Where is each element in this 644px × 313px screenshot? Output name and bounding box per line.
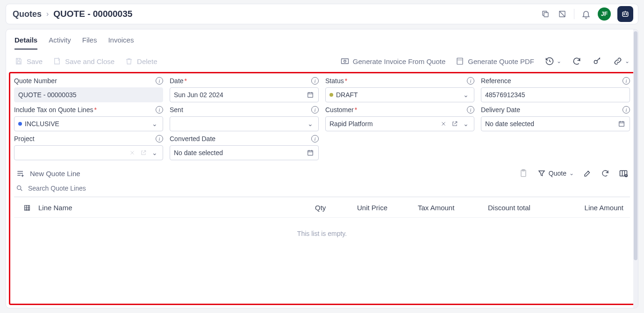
- input-include-tax[interactable]: INCLUSIVE ⌄: [14, 116, 163, 131]
- input-converted-date[interactable]: No date selected: [170, 145, 319, 160]
- status-dot: [18, 122, 22, 126]
- info-icon[interactable]: i: [311, 77, 319, 85]
- chevron-down-icon[interactable]: ⌄: [150, 120, 159, 128]
- calendar-icon[interactable]: [306, 91, 315, 99]
- label-sent: Sent: [170, 106, 183, 114]
- field-converted-date: Converted Date i No date selected: [170, 135, 319, 160]
- clear-icon[interactable]: [128, 149, 136, 157]
- paste-icon[interactable]: [519, 169, 528, 178]
- svg-point-7: [344, 60, 346, 63]
- col-line-amount[interactable]: Line Amount: [563, 204, 628, 212]
- column-settings-icon[interactable]: [619, 169, 628, 178]
- col-unit-price[interactable]: Unit Price: [357, 204, 418, 212]
- input-status[interactable]: DRAFT ⌄: [325, 87, 474, 102]
- col-discount-total[interactable]: Discount total: [488, 204, 563, 212]
- svg-rect-13: [308, 150, 313, 155]
- info-icon[interactable]: i: [156, 106, 163, 114]
- tab-files[interactable]: Files: [82, 36, 97, 50]
- calendar-icon[interactable]: [617, 120, 626, 128]
- value-date: Sun Jun 02 2024: [174, 91, 303, 99]
- save-close-button[interactable]: Save and Close: [53, 57, 114, 65]
- chevron-down-icon[interactable]: ⌄: [306, 120, 315, 128]
- avatar[interactable]: JF: [598, 7, 611, 21]
- copy-icon[interactable]: [540, 9, 551, 19]
- lines-toolbar: New Quote Line Quote ⌄: [14, 169, 630, 178]
- info-icon[interactable]: i: [156, 77, 163, 85]
- history-button[interactable]: ⌄: [544, 56, 561, 66]
- main-card: Details Activity Files Invoices Save Sav…: [6, 29, 638, 308]
- history-icon: [544, 56, 555, 66]
- label-date: Date*: [170, 77, 187, 85]
- refresh-button[interactable]: [572, 56, 582, 66]
- clear-icon[interactable]: [439, 120, 448, 128]
- refresh-lines-icon[interactable]: [601, 169, 609, 178]
- filter-button[interactable]: Quote ⌄: [537, 169, 574, 178]
- search-lines[interactable]: Search Quote Lines: [14, 185, 630, 197]
- new-line-icon: [16, 169, 25, 178]
- input-delivery-date[interactable]: No date selected: [481, 116, 630, 131]
- top-bar: Quotes › QUOTE - 00000035 JF: [6, 4, 638, 24]
- info-icon[interactable]: i: [311, 106, 319, 114]
- breadcrumb-root[interactable]: Quotes: [13, 9, 42, 19]
- save-close-label: Save and Close: [65, 57, 114, 65]
- link-button[interactable]: ⌄: [613, 56, 630, 66]
- input-project[interactable]: ⌄: [14, 145, 163, 160]
- link-icon: [613, 56, 623, 66]
- lines-table-header: Line Name Qty Unit Price Tax Amount Disc…: [14, 197, 630, 218]
- new-quote-line-button[interactable]: New Quote Line: [16, 169, 80, 178]
- svg-point-3: [623, 14, 624, 14]
- search-placeholder: Search Quote Lines: [28, 185, 86, 192]
- open-link-icon[interactable]: [451, 120, 459, 128]
- bell-icon[interactable]: [581, 9, 591, 19]
- tab-details[interactable]: Details: [14, 36, 37, 50]
- generate-pdf-label: Generate Quote PDF: [468, 57, 534, 65]
- svg-rect-12: [619, 121, 624, 126]
- calendar-icon[interactable]: [306, 149, 315, 157]
- info-icon[interactable]: i: [623, 77, 630, 85]
- svg-rect-11: [308, 92, 313, 97]
- input-date[interactable]: Sun Jun 02 2024: [170, 87, 319, 102]
- input-customer[interactable]: Rapid Platform ⌄: [325, 116, 474, 131]
- column-grip-icon: [16, 204, 38, 212]
- info-icon[interactable]: i: [156, 135, 163, 142]
- chevron-down-icon[interactable]: ⌄: [462, 91, 470, 99]
- info-icon[interactable]: i: [467, 77, 474, 85]
- tab-activity[interactable]: Activity: [49, 36, 71, 50]
- delete-button[interactable]: Delete: [125, 57, 157, 65]
- input-reference[interactable]: 48576912345: [481, 87, 630, 102]
- notes-off-icon[interactable]: [557, 9, 567, 19]
- field-project: Project i ⌄: [14, 135, 163, 160]
- svg-rect-19: [25, 205, 30, 210]
- value-delivery-date: No date selected: [485, 120, 615, 128]
- save-close-icon: [53, 57, 61, 65]
- input-sent[interactable]: ⌄: [170, 116, 319, 131]
- generate-invoice-label: Generate Invoice From Quote: [353, 57, 445, 65]
- svg-point-18: [17, 186, 21, 190]
- empty-list-message: This list is empty.: [14, 218, 630, 237]
- svg-point-17: [625, 175, 627, 177]
- col-tax-amount[interactable]: Tax Amount: [418, 204, 488, 212]
- label-quote-number: Quote Number: [14, 77, 57, 85]
- chevron-down-icon[interactable]: ⌄: [462, 120, 470, 128]
- field-status: Status* i DRAFT ⌄: [325, 77, 474, 102]
- col-line-name[interactable]: Line Name: [38, 204, 315, 212]
- chevron-down-icon[interactable]: ⌄: [150, 149, 159, 157]
- info-icon[interactable]: i: [467, 106, 474, 114]
- scrollbar-track[interactable]: [633, 29, 638, 308]
- info-icon[interactable]: i: [311, 135, 319, 142]
- assistant-button[interactable]: [617, 6, 633, 22]
- generate-invoice-button[interactable]: Generate Invoice From Quote: [341, 57, 445, 65]
- generate-pdf-button[interactable]: Generate Quote PDF: [456, 57, 534, 65]
- info-icon[interactable]: i: [623, 106, 630, 114]
- svg-rect-6: [341, 59, 348, 64]
- tab-invoices[interactable]: Invoices: [108, 36, 134, 50]
- field-reference: Reference i 48576912345: [481, 77, 630, 102]
- permissions-button[interactable]: [592, 56, 602, 66]
- label-include-tax: Include Tax on Quote Lines*: [14, 106, 97, 114]
- svg-point-10: [594, 60, 597, 64]
- open-link-icon[interactable]: [139, 149, 148, 157]
- save-button[interactable]: Save: [14, 57, 43, 65]
- col-qty[interactable]: Qty: [315, 204, 357, 212]
- edit-icon[interactable]: [583, 169, 592, 178]
- scrollbar-thumb[interactable]: [634, 31, 637, 260]
